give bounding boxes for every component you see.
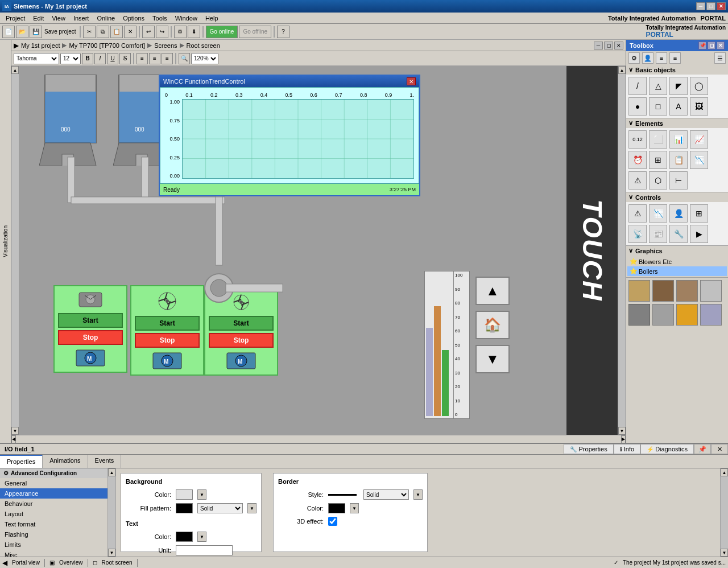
graphics-item-boilers[interactable]: ⭐ Boilers [627,266,727,276]
start-btn-3[interactable]: Start [209,316,274,331]
bc-close[interactable]: ✕ [614,42,623,50]
sidebar-scroll-track[interactable] [108,476,115,549]
text-color-dropdown[interactable]: ▼ [197,532,206,542]
ctrl4[interactable]: ⊞ [690,204,708,223]
font-select[interactable]: Tahoma [14,53,59,64]
lib-icon-2[interactable] [652,280,674,302]
nav-behaviour[interactable]: Behaviour [0,499,107,509]
tool-recipe[interactable]: 📋 [669,151,688,169]
nav-flashing[interactable]: Flashing [0,529,107,540]
ctrl8[interactable]: ▶ [690,225,708,243]
tab-animations[interactable]: Animations [43,455,88,468]
lib-icon-7[interactable] [676,304,698,326]
tool-line[interactable]: / [628,77,647,95]
maximize-btn[interactable]: □ [706,2,715,10]
zoom-in-btn[interactable]: 🔍 [179,53,190,64]
go-offline-btn[interactable]: Go offline [239,26,271,38]
border-color-swatch[interactable] [328,503,345,513]
vscroll-down[interactable]: ▼ [618,427,626,435]
start-btn-2[interactable]: Start [135,316,200,331]
bottom-close[interactable]: ✕ [711,444,728,454]
bg-color-swatch[interactable] [176,489,193,500]
sidebar-scroll-up[interactable]: ▲ [108,468,115,476]
tool-clock[interactable]: ⏰ [628,151,647,169]
align-center-btn[interactable]: ≡ [149,53,160,64]
border-3d-checkbox[interactable] [328,517,337,526]
bc-restore[interactable]: ◻ [604,42,613,50]
overview-btn[interactable]: Overview [59,559,83,566]
menu-window[interactable]: Window [172,14,201,23]
props-scroll-down[interactable]: ▼ [721,549,728,557]
tool-io[interactable]: 0.12 [628,130,647,149]
minimize-btn[interactable]: ─ [696,2,705,10]
nav-layout[interactable]: Layout [0,509,107,519]
redo-btn[interactable]: ↪ [156,26,168,38]
tool-rect[interactable]: □ [649,97,667,116]
undo-btn[interactable]: ↩ [142,26,155,38]
start-btn-1[interactable]: Start [58,313,123,328]
font-size-select[interactable]: 12 [60,53,81,64]
tool-trend[interactable]: 📉 [690,151,708,169]
tool-bar2[interactable]: 📈 [690,130,708,149]
go-online-btn[interactable]: Go online [206,26,238,38]
opt-icon1[interactable]: ⚙ [628,52,640,64]
tool-triangle[interactable]: △ [649,77,667,95]
bold-btn[interactable]: B [82,53,93,64]
controls-header[interactable]: ∨ Controls [626,192,728,202]
menu-help[interactable]: Help [202,14,222,23]
tool-gauge[interactable]: 📊 [669,130,688,149]
nav-down-btn[interactable]: ▼ [475,345,510,373]
nav-up-btn[interactable]: ▲ [475,277,510,305]
graphics-header[interactable]: ∨ Graphics [626,246,728,256]
tool-image[interactable]: 🖼 [690,97,708,116]
nav-arrow-left[interactable]: ▶ [14,42,19,50]
lib-icon-3[interactable] [676,280,698,302]
tool-table[interactable]: ⊞ [649,151,667,169]
diagnostics-tab-btn[interactable]: ⚡ Diagnostics [640,444,694,454]
tab-properties[interactable]: Properties [0,455,43,468]
opt-icon5[interactable]: ☰ [714,52,726,64]
bc-project[interactable]: My 1st project [21,42,60,49]
paste-btn[interactable]: 📋 [110,26,123,38]
scroll-down[interactable]: ▼ [11,427,19,435]
align-right-btn[interactable]: ≡ [162,53,173,64]
bc-screens[interactable]: Screens [154,42,177,49]
bc-device[interactable]: My TP700 [TP700 Comfort] [69,42,145,49]
new-btn[interactable]: 📄 [2,26,15,38]
tool-circle[interactable]: ● [628,97,647,116]
scroll-track-v[interactable] [11,74,19,427]
lib-icon-5[interactable] [628,304,650,326]
menu-view[interactable]: View [48,14,69,23]
properties-tab-btn[interactable]: 🔧 Properties [564,444,613,454]
ctrl6[interactable]: 📰 [649,225,667,243]
lib-icon-1[interactable] [628,280,650,302]
stop-btn-3[interactable]: Stop [209,333,274,348]
tool-symbol[interactable]: ⬡ [649,171,667,190]
sidebar-scroll-down[interactable]: ▼ [108,549,115,557]
tool-slider[interactable]: ⊢ [669,171,688,190]
zoom-select[interactable]: 120% [191,53,218,64]
props-scroll-track[interactable] [721,476,728,549]
toolbox-pin[interactable]: 📌 [698,42,706,50]
wincc-close-btn[interactable]: ✕ [407,77,416,85]
menu-project[interactable]: Project [2,14,28,23]
bc-rootscreen[interactable]: Root screen [187,42,220,49]
nav-general[interactable]: General [0,478,107,488]
copy-btn[interactable]: ⧉ [97,26,109,38]
tool-text[interactable]: A [669,97,688,116]
portal-view-btn[interactable]: Portal view [12,559,40,566]
border-style-select[interactable]: Solid [363,489,409,500]
opt-icon4[interactable]: ≡ [669,52,681,64]
border-color-dropdown[interactable]: ▼ [350,503,359,513]
compile-btn[interactable]: ⚙ [174,26,187,38]
ctrl7[interactable]: 🔧 [669,225,688,243]
tool-button[interactable]: ⬜ [649,130,667,149]
nav-limits[interactable]: Limits [0,540,107,550]
download-btn[interactable]: ⬇ [188,26,200,38]
root-screen-btn[interactable]: Root screen [102,559,133,566]
opt-icon2[interactable]: 👤 [642,52,653,64]
cut-btn[interactable]: ✂ [83,26,96,38]
tool-alarm[interactable]: ⚠ [628,171,647,190]
toolbox-close-btn[interactable]: ✕ [717,42,725,50]
help-btn[interactable]: ? [277,26,289,38]
